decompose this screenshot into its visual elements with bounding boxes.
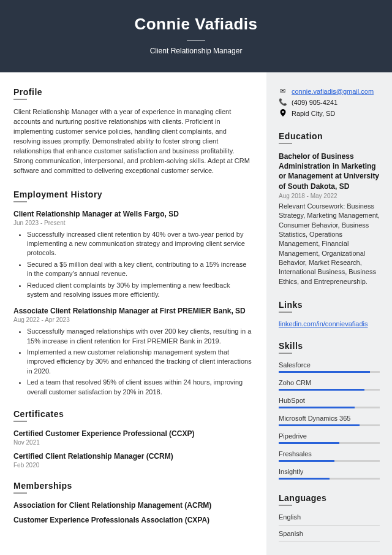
job-title: Associate Client Relationship Manager at… (13, 307, 253, 315)
employment-heading: Employment History (13, 189, 253, 199)
skill-name: Salesforce (279, 361, 380, 369)
language-item: Spanish (279, 530, 380, 542)
skill-bar (279, 424, 380, 426)
resume-body: Profile Client Relationship Manager with… (0, 72, 392, 555)
skill-fill (279, 460, 334, 462)
job-bullet: Successfully increased client retention … (27, 230, 253, 258)
education-degree: Bachelor of Business Administration in M… (279, 151, 380, 191)
skill-fill (279, 442, 339, 444)
job-item: Associate Client Relationship Manager at… (13, 307, 253, 397)
job-title: Client Relationship Manager at Wells Far… (13, 210, 253, 218)
skill-name: Pipedrive (279, 432, 380, 440)
memberships-section: Memberships Association for Client Relat… (13, 481, 253, 524)
employment-section: Employment History Client Relationship M… (13, 189, 253, 397)
contact-phone-row: 📞 (409) 905-4241 (279, 98, 380, 106)
skills-section: Skills SalesforceZoho CRMHubSpotMicrosof… (279, 341, 380, 480)
skill-bar (279, 478, 380, 480)
certificates-heading: Certificates (13, 409, 253, 419)
email-link[interactable]: connie.vafiadis@gmail.com (292, 88, 374, 95)
skill-item: Insightly (279, 468, 380, 480)
skill-fill (279, 478, 330, 480)
section-underline (279, 312, 292, 313)
links-section: Links linkedin.com/in/connievafiadis (279, 300, 380, 327)
profile-section: Profile Client Relationship Manager with… (13, 87, 253, 176)
job-dates: Jun 2023 - Present (13, 220, 253, 226)
links-heading: Links (279, 300, 380, 310)
job-bullet: Reduced client complaints by 30% by impl… (27, 281, 253, 300)
location-icon (279, 109, 287, 118)
linkedin-link[interactable]: linkedin.com/in/connievafiadis (279, 320, 368, 327)
profile-heading: Profile (13, 87, 253, 97)
job-dates: Aug 2022 - Apr 2023 (13, 316, 253, 323)
skill-bar (279, 460, 380, 462)
job-bullet: Led a team that resolved 95% of client i… (27, 378, 253, 397)
skill-item: HubSpot (279, 397, 380, 408)
person-title: Client Relationship Manager (12, 47, 380, 55)
skill-bar (279, 442, 380, 444)
skill-name: Microsoft Dynamics 365 (279, 415, 380, 422)
skill-bar (279, 371, 380, 373)
membership-item: Customer Experience Professionals Associ… (13, 516, 253, 524)
job-bullets: Successfully managed relationships with … (13, 327, 253, 397)
skill-item: Salesforce (279, 361, 380, 373)
language-item: English (279, 513, 380, 526)
education-section: Education Bachelor of Business Administr… (279, 131, 380, 286)
section-underline (13, 492, 27, 494)
resume-header: Connie Vafiadis Client Relationship Mana… (0, 0, 392, 72)
job-bullet: Successfully managed relationships with … (27, 327, 253, 346)
location-text: Rapid City, SD (292, 110, 335, 117)
education-desc: Relevant Coursework: Business Strategy, … (279, 202, 380, 287)
skill-item: Microsoft Dynamics 365 (279, 415, 380, 426)
contact-location-row: Rapid City, SD (279, 109, 380, 118)
sidebar-column: ✉ connie.vafiadis@gmail.com 📞 (409) 905-… (266, 72, 392, 555)
section-underline (279, 143, 292, 144)
skill-name: Zoho CRM (279, 379, 380, 386)
skill-item: Freshsales (279, 450, 380, 462)
skill-fill (279, 424, 360, 426)
job-bullet: Secured a $5 million deal with a key cli… (27, 260, 253, 279)
skill-fill (279, 371, 370, 373)
phone-text: (409) 905-4241 (292, 99, 337, 106)
education-heading: Education (279, 131, 380, 141)
section-underline (13, 99, 27, 100)
skill-item: Pipedrive (279, 432, 380, 444)
skill-name: HubSpot (279, 397, 380, 404)
skill-name: Insightly (279, 468, 380, 475)
languages-heading: Languages (279, 493, 380, 503)
section-underline (279, 353, 292, 354)
section-underline (13, 201, 27, 202)
job-item: Client Relationship Manager at Wells Far… (13, 210, 253, 300)
cert-date: Nov 2021 (13, 439, 253, 446)
contact-section: ✉ connie.vafiadis@gmail.com 📞 (409) 905-… (279, 87, 380, 118)
cert-name: Certified Client Relationship Manager (C… (13, 452, 253, 461)
cert-date: Feb 2020 (13, 462, 253, 469)
phone-icon: 📞 (279, 98, 287, 106)
skill-bar (279, 389, 380, 391)
person-name: Connie Vafiadis (12, 15, 380, 34)
skill-fill (279, 407, 355, 408)
email-icon: ✉ (279, 87, 287, 95)
cert-item: Certified Client Relationship Manager (C… (13, 452, 253, 469)
cert-item: Certified Customer Experience Profession… (13, 429, 253, 446)
header-divider (187, 40, 205, 40)
profile-text: Client Relationship Manager with a year … (13, 107, 253, 176)
section-underline (13, 421, 27, 422)
skill-item: Zoho CRM (279, 379, 380, 391)
cert-name: Certified Customer Experience Profession… (13, 429, 253, 438)
job-bullet: Implemented a new customer relationship … (27, 348, 253, 376)
membership-item: Association for Client Relationship Mana… (13, 501, 253, 510)
languages-section: Languages EnglishSpanish (279, 493, 380, 542)
skill-fill (279, 389, 364, 391)
main-column: Profile Client Relationship Manager with… (0, 72, 266, 555)
certificates-section: Certificates Certified Customer Experien… (13, 409, 253, 469)
memberships-heading: Memberships (13, 481, 253, 491)
education-dates: Aug 2018 - May 2022 (279, 193, 380, 199)
skills-heading: Skills (279, 341, 380, 351)
skill-name: Freshsales (279, 450, 380, 457)
skill-bar (279, 407, 380, 408)
section-underline (279, 505, 292, 506)
job-bullets: Successfully increased client retention … (13, 230, 253, 300)
contact-email-row: ✉ connie.vafiadis@gmail.com (279, 87, 380, 95)
